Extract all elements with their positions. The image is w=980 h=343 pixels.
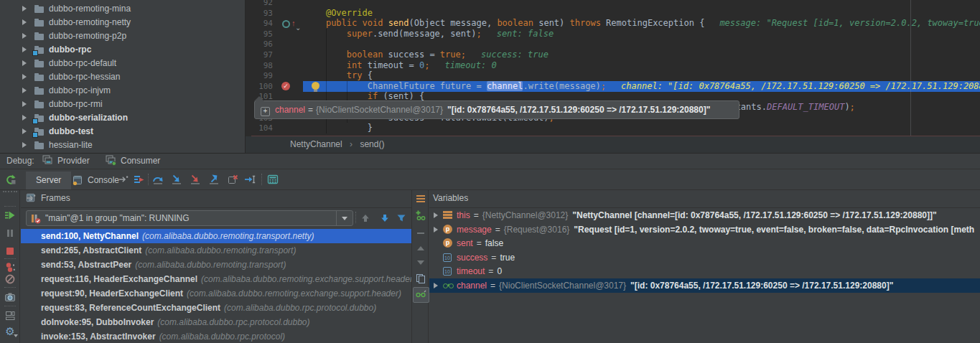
line-number[interactable]: 104 [246, 123, 273, 133]
evaluate-expression-icon[interactable] [267, 174, 279, 185]
drag-handle[interactable] [3, 191, 17, 194]
project-tree-item[interactable]: dubbo-rpc [0, 43, 245, 57]
expand-arrow-icon[interactable] [434, 212, 438, 218]
variable-row[interactable]: message={Request@3016}"Request [id=1, ve… [429, 222, 980, 237]
filter-icon[interactable] [396, 212, 407, 224]
tab-console[interactable]: Console [72, 172, 119, 189]
show-watches-toggle[interactable] [413, 287, 429, 303]
code-editor[interactable]: 9293 @Override94↑ public void send(Objec… [246, 0, 980, 153]
line-number[interactable]: 100 [246, 81, 273, 92]
project-tree-item[interactable]: dubbo-serialization [0, 111, 245, 125]
restore-layout-icon[interactable] [4, 310, 16, 321]
stack-frame-row[interactable]: request:116, HeaderExchangeChannel(com.a… [21, 272, 411, 286]
show-watches-icon[interactable] [415, 288, 426, 300]
chevron-right-icon[interactable] [22, 6, 27, 11]
menu-icon[interactable] [415, 193, 426, 205]
equals-sign: = [495, 225, 500, 235]
chevron-right-icon[interactable] [22, 74, 27, 80]
show-execution-point-icon[interactable] [134, 174, 145, 185]
pin-icon[interactable] [25, 192, 37, 204]
resume-icon[interactable] [4, 210, 16, 221]
fold-marker-icon[interactable]: ⌄ [295, 24, 301, 32]
line-number[interactable]: 94 [246, 18, 273, 29]
tab-server[interactable]: Server [26, 172, 71, 189]
variable-row[interactable]: this={NettyChannel@3012}"NettyChannel [c… [429, 208, 980, 222]
stop-icon[interactable] [4, 245, 16, 257]
stack-frame-row[interactable]: invoke:153, AbstractInvoker(com.alibaba.… [21, 329, 411, 343]
pause-icon[interactable] [4, 227, 16, 239]
project-tree-item[interactable]: hessian-lite [0, 138, 245, 152]
variable-name: success [457, 253, 487, 263]
step-out-icon[interactable] [208, 174, 220, 185]
project-tree-item[interactable]: dubbo-remoting-p2p [0, 29, 245, 43]
project-tree-item[interactable]: dubbo-test [0, 125, 245, 138]
step-over-icon[interactable] [152, 174, 164, 185]
remove-watch-icon[interactable] [415, 227, 426, 239]
stack-frame-row[interactable]: request:90, HeaderExchangeClient(com.ali… [21, 286, 411, 301]
breadcrumb-class[interactable]: NettyChannel [290, 139, 342, 149]
project-tree-item[interactable]: dubbo-rpc-hessian [0, 70, 245, 84]
step-into-icon[interactable] [171, 174, 182, 185]
chevron-right-icon[interactable] [22, 60, 27, 66]
chevron-right-icon[interactable] [22, 88, 27, 93]
project-tree-item[interactable]: dubbo-remoting-mina [0, 2, 245, 16]
project-tree-item[interactable]: dubbo-remoting-netty [0, 16, 245, 29]
stack-frame-row[interactable]: doInvoke:95, DubboInvoker(com.alibaba.du… [21, 315, 411, 329]
stack-frame-row[interactable]: send:53, AbstractPeer(com.alibaba.dubbo.… [21, 258, 411, 272]
mute-breakpoints-icon[interactable] [4, 273, 16, 285]
chevron-right-icon[interactable] [22, 128, 27, 134]
chevron-down-icon[interactable] [336, 211, 353, 225]
frames-panel: Frames "main"@1 in group "main": RUNNING… [21, 189, 411, 343]
add-watch-icon[interactable] [415, 210, 426, 221]
thread-dump-icon[interactable] [4, 291, 16, 303]
expand-icon[interactable]: + [261, 107, 270, 116]
project-tree-item[interactable]: dubbo-rpc-rmi [0, 98, 245, 111]
chevron-right-icon[interactable] [22, 47, 27, 52]
run-to-cursor-icon[interactable] [244, 174, 256, 185]
chevron-right-icon[interactable] [22, 33, 27, 39]
variable-row[interactable]: channel={NioClientSocketChannel@3017}"[i… [429, 278, 980, 293]
line-number[interactable]: 95 [246, 29, 273, 39]
line-number[interactable]: 97 [246, 50, 273, 60]
variable-row[interactable]: success=true [429, 250, 980, 265]
chevron-right-icon[interactable] [22, 115, 27, 121]
pin-icon[interactable] [118, 174, 129, 185]
settings-icon[interactable] [4, 326, 16, 337]
project-tree-item[interactable]: dubbo-rpc-injvm [0, 84, 245, 98]
force-step-into-icon[interactable] [190, 174, 201, 185]
line-number[interactable]: 92 [246, 0, 273, 8]
stack-frame-row[interactable]: send:100, NettyChannel(com.alibaba.dubbo… [21, 229, 411, 243]
tab-consumer[interactable]: Consumer [105, 154, 160, 169]
chevron-right-icon[interactable] [22, 19, 27, 25]
stack-frame-row[interactable]: request:83, ReferenceCountExchangeClient… [21, 301, 411, 315]
breakpoint-icon[interactable]: ✓ [281, 82, 290, 90]
move-down-icon[interactable] [415, 257, 426, 268]
down-arrow-icon[interactable] [379, 212, 391, 224]
copy-stack-icon[interactable] [415, 273, 426, 284]
up-arrow-icon[interactable] [360, 212, 371, 224]
frame-package: (com.alibaba.dubbo.rpc.protocol.dubbo) [157, 317, 309, 327]
override-marker-icon[interactable] [282, 20, 290, 28]
variable-row[interactable]: timeout=0 [429, 264, 980, 278]
thread-selector[interactable]: "main"@1 in group "main": RUNNING [26, 210, 353, 226]
view-breakpoints-icon[interactable] [4, 262, 16, 273]
expand-arrow-icon[interactable] [434, 227, 438, 232]
line-number[interactable]: 93 [246, 8, 273, 19]
breadcrumb-method[interactable]: send() [360, 139, 384, 149]
move-up-icon[interactable] [415, 243, 426, 254]
tab-provider[interactable]: Provider [42, 154, 90, 169]
expand-arrow-icon[interactable] [434, 283, 438, 288]
line-number[interactable]: 98 [246, 60, 273, 71]
variable-row[interactable]: sent=false [429, 236, 980, 250]
line-number[interactable]: 96 [246, 39, 273, 50]
frame-location: send:265, AbstractClient [41, 245, 141, 255]
code-text: try { [305, 70, 373, 81]
chevron-right-icon[interactable] [22, 142, 27, 148]
line-number[interactable]: 99 [246, 70, 273, 81]
project-tree-item[interactable]: dubbo-rpc-default [0, 57, 245, 70]
rerun-icon[interactable] [5, 174, 17, 185]
stack-frame-row[interactable]: send:265, AbstractClient(com.alibaba.dub… [21, 243, 411, 258]
chevron-right-icon[interactable] [22, 101, 27, 107]
drop-frame-icon[interactable] [227, 174, 238, 185]
project-tree[interactable]: dubbo-remoting-minadubbo-remoting-nettyd… [0, 0, 246, 153]
